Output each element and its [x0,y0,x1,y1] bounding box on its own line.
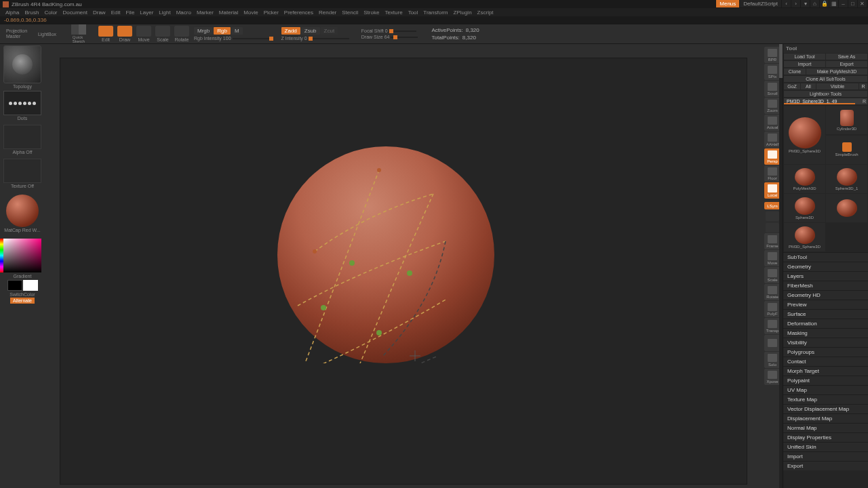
save-as-button[interactable]: Save As [826,54,867,60]
strip-zoom[interactable]: Zoom [764,98,781,114]
arrow-right-icon[interactable]: › [791,0,800,7]
section-geometry-hd[interactable]: Geometry HD [783,290,868,300]
menu-movie[interactable]: Movie [241,8,260,16]
import-button[interactable]: Import [784,61,825,67]
tool-item-5[interactable]: Sphere3D [784,194,825,222]
section-contact[interactable]: Contact [783,357,868,366]
tool-item-1[interactable]: Cylinder3D [826,106,867,134]
material-thumbnail[interactable] [6,195,39,227]
color-picker[interactable] [3,239,41,272]
menu-stroke[interactable]: Stroke [361,8,382,16]
strip-move[interactable]: Move [764,250,781,266]
section-texture-map[interactable]: Texture Map [783,394,868,404]
tool-item-0[interactable]: PM3D_Sphere3D [784,106,825,164]
section-vector-displacement-map[interactable]: Vector Displacement Map [783,404,868,413]
grid-icon[interactable]: ▦ [829,0,838,7]
make-polymesh3d-button[interactable]: Make PolyMesh3D [806,68,867,75]
menu-transform[interactable]: Transform [420,8,450,16]
close-icon[interactable] [3,1,9,7]
sphere-model[interactable] [277,146,494,363]
clone-button[interactable]: Clone [784,68,806,75]
goz-r-button[interactable]: R [859,83,867,89]
maximize-icon[interactable]: □ [848,0,857,7]
goz-button[interactable]: GoZ [784,83,800,89]
quick-sketch-button[interactable]: Quick Sketch [61,24,96,43]
menu-preferences[interactable]: Preferences [281,8,316,16]
strip-local[interactable]: Local [764,182,781,199]
section-layers[interactable]: Layers [783,271,868,281]
strip-spix[interactable]: SPix [764,64,781,80]
lightbox-tools-button[interactable]: Lightbox› Tools [784,91,867,97]
stroke-thumbnail[interactable] [3,91,41,115]
menu-stencil[interactable]: Stencil [339,8,361,16]
hue-bar[interactable] [0,239,3,272]
section-normal-map[interactable]: Normal Map [783,423,868,432]
minimize-icon[interactable]: – [839,0,848,7]
texture-slot[interactable] [3,159,41,183]
tool-item-3[interactable]: PolyMesh3D [784,165,825,193]
mrgb-button[interactable]: Mrgb [194,27,213,35]
rotate-button[interactable]: Rotate [172,24,191,43]
strip-scroll[interactable]: Scroll [764,81,781,97]
section-morph-target[interactable]: Morph Target [783,366,868,375]
rgb-button[interactable]: Rgb [214,27,231,35]
section-polygroups[interactable]: Polygroups [783,347,868,357]
lightbox-button[interactable]: LightBox [33,24,61,43]
menu-material[interactable]: Material [216,8,241,16]
focal-shift-slider[interactable] [389,30,416,32]
strip-aahalf[interactable]: AAHalf [764,131,781,148]
section-uv-map[interactable]: UV Map [783,385,868,394]
menu-marker[interactable]: Marker [194,8,216,16]
strip-small-10[interactable] [766,211,779,221]
strip-lsym[interactable]: LSym [764,202,781,209]
collapse-icon[interactable]: ▾ [801,0,810,7]
menu-zplugin[interactable]: ZPlugin [450,8,474,16]
strip-floor[interactable]: Floor [764,165,781,182]
export-button[interactable]: Export [826,61,867,67]
strip-persp[interactable]: Persp [764,148,781,165]
menu-file[interactable]: File [123,8,137,16]
exit-icon[interactable]: ✕ [858,0,867,7]
move-button[interactable]: Move [134,24,153,43]
rgb-intensity-slider[interactable] [233,38,273,39]
strip-frame[interactable]: Frame [764,233,781,249]
clone-all-subtools-button[interactable]: Clone All SubTools [784,76,867,82]
menu-document[interactable]: Document [60,8,90,16]
section-unified-skin[interactable]: Unified Skin [783,442,868,451]
menus-button[interactable]: Menus [716,0,739,7]
section-displacement-map[interactable]: Displacement Map [783,413,868,423]
lock-icon[interactable]: 🔒 [820,0,829,7]
section-fibermesh[interactable]: FiberMesh [783,281,868,290]
icon-strip-scrollbar[interactable] [779,44,783,488]
switch-color-button[interactable]: SwitchColor [9,292,35,297]
alternate-button[interactable]: Alternate [10,298,35,304]
swatch-primary[interactable] [7,280,22,291]
section-surface[interactable]: Surface [783,309,868,319]
goz-all-button[interactable]: All [801,83,816,89]
menu-macro[interactable]: Macro [174,8,194,16]
tool-item-6[interactable] [826,194,867,222]
home-icon[interactable]: ⌂ [810,0,819,7]
strip-small-11[interactable] [766,223,779,232]
strip-solo[interactable]: Solo [764,352,781,368]
projection-master-button[interactable]: Projection Master [0,24,33,43]
goz-visible-button[interactable]: Visible [816,83,859,89]
menu-brush[interactable]: Brush [22,8,41,16]
section-deformation[interactable]: Deformation [783,319,868,328]
draw-size-slider[interactable] [391,37,418,38]
gradient-label[interactable]: Gradient [14,274,32,279]
menu-picker[interactable]: Picker [261,8,281,16]
menu-layer[interactable]: Layer [137,8,156,16]
strip-polyf[interactable]: PolyF [764,301,781,317]
tool-item-4[interactable]: Sphere3D_1 [826,165,867,193]
tool-item-2[interactable]: SimpleBrush [826,136,867,164]
section-preview[interactable]: Preview [783,300,868,309]
arrow-left-icon[interactable]: ‹ [782,0,791,7]
strip-btn17[interactable] [764,335,781,351]
draw-button[interactable]: Draw [115,24,134,43]
strip-transp[interactable]: Transp [764,318,781,334]
menu-edit[interactable]: Edit [108,8,123,16]
menu-color[interactable]: Color [41,8,60,16]
section-geometry[interactable]: Geometry [783,262,868,271]
section-visibility[interactable]: Visibility [783,338,868,347]
